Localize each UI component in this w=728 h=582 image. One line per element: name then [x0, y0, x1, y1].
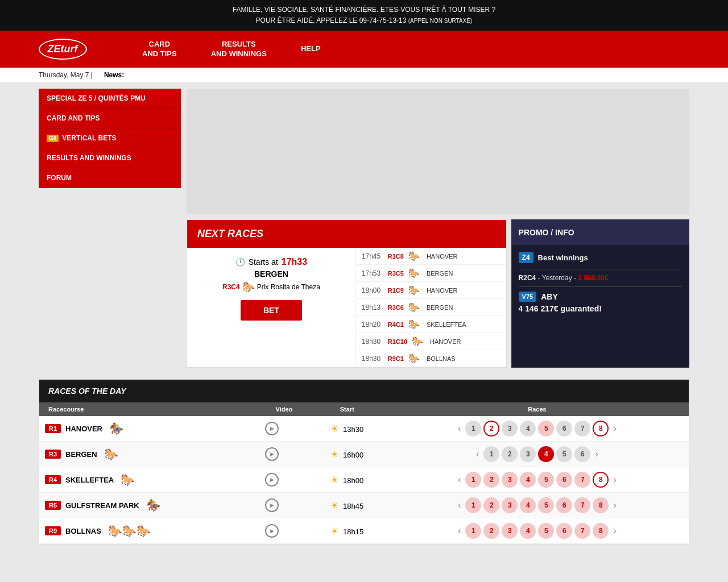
race-circle-7[interactable]: 7 — [574, 497, 590, 513]
race-circle-4[interactable]: 4 — [520, 421, 536, 436]
race-circle-1[interactable]: 1 — [465, 523, 481, 539]
sun-icon: ☀ — [330, 450, 338, 459]
race-list-item[interactable]: 18h30 R9C1 🐎 BOLLNAS — [356, 350, 506, 367]
race-list-item[interactable]: 17h45 R1C8 🐎 HANOVER — [356, 248, 506, 265]
td-video — [259, 467, 309, 493]
next-arrow[interactable]: › — [611, 423, 618, 434]
r-badge: R3 — [45, 450, 61, 459]
td-start: ☀ 18h00 — [309, 467, 386, 493]
race-circle-8[interactable]: 8 — [593, 523, 609, 539]
race-circle-1[interactable]: 1 — [483, 446, 499, 462]
td-racecourse: R1 HANOVER 🏇 — [39, 416, 259, 442]
race-circle-3[interactable]: 3 — [520, 446, 536, 462]
race-list-item[interactable]: 18h13 R3C6 🐎 BERGEN — [356, 299, 506, 316]
video-play-icon[interactable] — [265, 422, 279, 435]
race-location: SKELLEFTEA — [427, 321, 466, 328]
next-arrow[interactable]: › — [611, 500, 618, 510]
race-circle-3[interactable]: 3 — [502, 497, 518, 513]
start-time: 18h15 — [343, 527, 363, 536]
td-video — [259, 493, 309, 518]
race-circle-7[interactable]: 7 — [574, 523, 590, 539]
next-race-info: 🕐 Starts at 17h33 BERGEN R3C4 🐎 Prix Ros… — [187, 248, 506, 367]
race-circle-6[interactable]: 6 — [556, 497, 572, 513]
race-circle-6[interactable]: 6 — [556, 523, 572, 539]
prev-arrow[interactable]: ‹ — [456, 500, 463, 510]
race-circle-5[interactable]: 5 — [538, 472, 554, 488]
race-circle-5[interactable]: 5 — [538, 497, 554, 513]
race-circle-7[interactable]: 7 — [574, 472, 590, 488]
promo-aby: ABY — [541, 292, 558, 301]
sidebar-item-forum[interactable]: FORUM — [39, 168, 181, 188]
table-row: R5 GULFSTREAM PARK 🏇 ☀ 18h45 ‹ 12345678 … — [39, 493, 689, 518]
race-circle-5[interactable]: 5 — [538, 421, 554, 436]
race-circle-2[interactable]: 2 — [483, 497, 499, 513]
main-layout: SPECIAL ZE 5 / QUINTÉS PMU CARD AND TIPS… — [0, 83, 728, 373]
td-start: ☀ 18h45 — [309, 493, 386, 518]
sidebar-item-results-winnings[interactable]: RESULTS AND WINNINGS — [39, 148, 181, 168]
race-list-item[interactable]: 17h53 R3C5 🐎 BERGEN — [356, 265, 506, 282]
race-circle-2[interactable]: 2 — [502, 446, 518, 462]
race-list-item[interactable]: 18h20 R4C1 🐎 SKELLEFTEA — [356, 316, 506, 333]
race-circle-3[interactable]: 3 — [502, 472, 518, 488]
race-list-item[interactable]: 18h30 R1C10 🐎 HANOVER — [356, 333, 506, 350]
video-play-icon[interactable] — [265, 473, 279, 487]
logo[interactable]: ZEturf — [39, 39, 87, 60]
sidebar-item-vertical-bets[interactable]: GII VERTICAL BETS — [39, 128, 181, 148]
video-play-icon[interactable] — [265, 447, 279, 461]
prev-arrow[interactable]: ‹ — [474, 449, 481, 459]
race-circle-1[interactable]: 1 — [465, 497, 481, 513]
horse-icon: 🐎 — [408, 251, 420, 261]
race-circle-3[interactable]: 3 — [502, 523, 518, 539]
horse-icon: 🐎 — [408, 319, 420, 330]
video-play-icon[interactable] — [265, 498, 279, 512]
race-circle-8[interactable]: 8 — [593, 497, 609, 513]
prev-arrow[interactable]: ‹ — [456, 423, 463, 434]
race-circle-2[interactable]: 2 — [483, 421, 499, 436]
race-circle-3[interactable]: 3 — [502, 421, 518, 436]
nav-card-tips[interactable]: CARDAND TIPS — [125, 31, 194, 68]
nav-results-winnings[interactable]: RESULTSAND WINNINGS — [194, 31, 284, 68]
race-circle-6[interactable]: 6 — [556, 472, 572, 488]
nav-help[interactable]: HELP — [284, 31, 338, 68]
race-circle-4[interactable]: 4 — [520, 523, 536, 539]
race-circle-6[interactable]: 6 — [574, 446, 590, 462]
race-circle-8[interactable]: 8 — [593, 421, 609, 436]
race-circle-8[interactable]: 8 — [593, 472, 609, 488]
prev-arrow[interactable]: ‹ — [456, 475, 463, 485]
next-arrow[interactable]: › — [611, 475, 618, 485]
logo-area: ZEturf — [0, 31, 125, 68]
race-circle-5[interactable]: 5 — [538, 523, 554, 539]
race-circle-4[interactable]: 4 — [520, 497, 536, 513]
next-race-left: 🕐 Starts at 17h33 BERGEN R3C4 🐎 Prix Ros… — [187, 248, 356, 367]
race-circle-4[interactable]: 4 — [520, 472, 536, 488]
bet-button[interactable]: BET — [241, 300, 302, 321]
r-badge: R4 — [45, 475, 61, 484]
race-circle-2[interactable]: 2 — [483, 523, 499, 539]
race-code: R9C1 — [388, 355, 404, 362]
next-arrow[interactable]: › — [593, 449, 600, 459]
horse-type-icon: 🐎 — [121, 473, 135, 487]
v75-badge: V75 — [519, 292, 537, 302]
table-row: R3 BERGEN 🐎 ☀ 16h00 ‹ 123456 › — [39, 442, 689, 467]
race-circle-1[interactable]: 1 — [465, 472, 481, 488]
race-circle-4[interactable]: 4 — [538, 446, 554, 462]
race-location: BERGEN — [427, 304, 453, 311]
race-circle-7[interactable]: 7 — [574, 421, 590, 436]
racecourse-name: BOLLNAS — [65, 527, 101, 535]
sidebar-item-card-tips[interactable]: CARD AND TIPS — [39, 109, 181, 128]
clock-icon: 🕐 — [235, 257, 245, 267]
horse-icon: 🐎 — [408, 353, 420, 364]
race-circle-1[interactable]: 1 — [465, 421, 481, 436]
next-arrow[interactable]: › — [611, 526, 618, 536]
race-time: 17h33 — [282, 257, 307, 267]
race-circle-2[interactable]: 2 — [483, 472, 499, 488]
video-play-icon[interactable] — [265, 524, 279, 538]
next-races-panel: NEXT RACES 🕐 Starts at 17h33 BERGEN R3C4 — [187, 219, 507, 368]
race-list-item[interactable]: 18h00 R1C9 🐎 HANOVER — [356, 282, 506, 299]
race-code-info: R3C4 🐎 Prix Rosita de Theza — [196, 281, 346, 293]
race-code: R3C5 — [388, 270, 404, 277]
prev-arrow[interactable]: ‹ — [456, 526, 463, 536]
race-circle-6[interactable]: 6 — [556, 421, 572, 436]
sidebar-item-special-ze5[interactable]: SPECIAL ZE 5 / QUINTÉS PMU — [39, 89, 181, 109]
race-circle-5[interactable]: 5 — [556, 446, 572, 462]
